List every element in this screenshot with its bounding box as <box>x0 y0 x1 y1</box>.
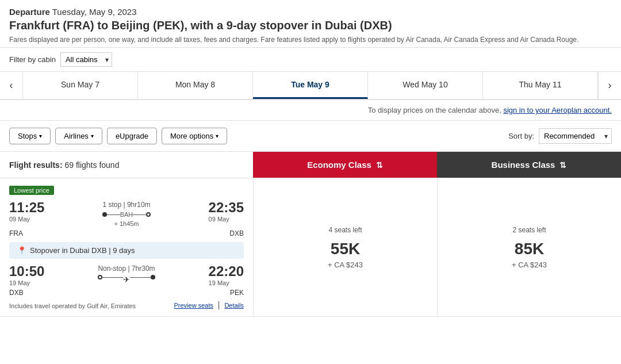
departure-line: Departure Tuesday, May 9, 2023 <box>9 7 612 17</box>
second-leg-stop-info: Non-stop | 7hr30m ✈ <box>98 263 155 282</box>
pin-icon: 📍 <box>17 246 26 255</box>
second-leg-depart-airport: DXB <box>9 289 24 297</box>
first-leg-stop-info: 1 stop | 9hr10m BAH + 1h45m <box>102 200 150 227</box>
route-via: BAH <box>120 211 133 218</box>
first-leg-arrive-time: 22:35 <box>209 200 244 216</box>
sort-select[interactable]: Recommended Price Duration <box>539 128 612 144</box>
first-leg-depart-date: 09 May <box>9 216 44 223</box>
stops-filter-button[interactable]: Stops ▾ <box>9 128 51 144</box>
filter-cabin-label: Filter by cabin <box>9 55 56 64</box>
route-text: Frankfurt (FRA) to Beijing (PEK), with a… <box>9 19 392 32</box>
extra-time: + 1h45m <box>102 220 150 227</box>
lowest-price-badge: Lowest price <box>9 186 54 195</box>
eupgrade-filter-label: eUpgrade <box>116 132 148 140</box>
business-seats-left: 2 seats left <box>512 226 546 234</box>
date-tab-1[interactable]: Mon May 8 <box>138 72 253 99</box>
route2-line-2 <box>130 277 151 278</box>
page-container: Departure Tuesday, May 9, 2023 Frankfurt… <box>0 0 621 317</box>
stopover-text: Stopover in Dubai DXB | 9 days <box>30 246 135 255</box>
link-separator: | <box>218 300 220 309</box>
aeroplan-link[interactable]: sign in to your Aeroplan account. <box>503 106 612 114</box>
second-leg-stop-text: Non-stop | 7hr30m <box>98 263 155 273</box>
first-leg-depart-time: 11:25 <box>9 200 44 216</box>
economy-sort-icon: ⇅ <box>376 160 383 170</box>
economy-cash: + CA $243 <box>328 260 363 269</box>
route-line: Frankfurt (FRA) to Beijing (PEK), with a… <box>9 19 612 32</box>
second-leg-route-visual: ✈ <box>98 275 155 279</box>
eupgrade-filter-button[interactable]: eUpgrade <box>107 128 157 144</box>
date-tab-4[interactable]: Thu May 11 <box>483 72 598 99</box>
economy-price-cell[interactable]: 4 seats left 55K + CA $243 <box>253 178 437 316</box>
action-links: Preview seats | Details <box>174 300 244 309</box>
filter-buttons-row: Stops ▾ Airlines ▾ eUpgrade More options… <box>0 121 621 152</box>
operated-by-text: Includes travel operated by Gulf Air, Em… <box>9 302 136 309</box>
business-cash: + CA $243 <box>512 260 547 269</box>
stops-chevron-icon: ▾ <box>39 133 42 139</box>
departure-label: Departure <box>9 7 50 17</box>
date-navigation: ‹ Sun May 7 Mon May 8 Tue May 9 Wed May … <box>0 72 621 100</box>
economy-points: 55K <box>331 240 360 258</box>
aeroplan-text: To display prices on the calendar above, <box>368 106 501 114</box>
route-line-1 <box>107 214 120 215</box>
via-code: BAH <box>120 211 133 218</box>
results-count-cell: Flight results: 69 flights found <box>0 152 253 178</box>
results-header: Flight results: 69 flights found Economy… <box>0 152 621 178</box>
airlines-chevron-icon: ▾ <box>91 133 94 139</box>
first-leg-depart: 11:25 09 May <box>9 200 44 223</box>
fare-note: Fares displayed are per person, one way,… <box>9 36 612 44</box>
second-leg-depart: 10:50 19 May <box>9 263 44 286</box>
sort-select-wrapper[interactable]: Recommended Price Duration <box>539 128 612 144</box>
aeroplan-banner: To display prices on the calendar above,… <box>0 100 621 121</box>
airlines-filter-button[interactable]: Airlines ▾ <box>55 128 102 144</box>
second-leg-airports: DXB PEK <box>9 288 244 297</box>
first-leg-arrive: 22:35 09 May <box>209 200 244 223</box>
more-options-filter-button[interactable]: More options ▾ <box>162 128 227 144</box>
second-leg-arrive-airport: PEK <box>230 289 244 297</box>
route-dot-right <box>146 212 151 217</box>
first-leg-depart-airport: FRA <box>9 229 23 237</box>
first-leg: 11:25 09 May 1 stop | 9hr10m BAH <box>9 200 244 237</box>
cabin-select-wrapper[interactable]: All cabins Economy Business First <box>60 52 112 67</box>
first-leg-airports: FRA DXB <box>9 228 244 237</box>
second-leg-times: 10:50 19 May Non-stop | 7hr30m ✈ <box>9 263 244 286</box>
business-class-label: Business Class <box>492 160 555 170</box>
route-line-2 <box>133 214 145 215</box>
economy-class-header[interactable]: Economy Class ⇅ <box>253 152 437 178</box>
second-leg-arrive-time: 22:20 <box>209 263 244 279</box>
route2-dot-left <box>98 275 102 279</box>
sort-area: Sort by: Recommended Price Duration <box>508 128 612 144</box>
date-tab-2[interactable]: Tue May 9 <box>253 72 368 99</box>
route2-plane-icon: ✈ <box>123 275 130 279</box>
second-leg: 10:50 19 May Non-stop | 7hr30m ✈ <box>9 263 244 297</box>
date-tab-3[interactable]: Wed May 10 <box>368 72 483 99</box>
departure-date: Tuesday, May 9, 2023 <box>52 7 137 17</box>
second-leg-arrive: 22:20 19 May <box>209 263 244 286</box>
stopover-box: 📍 Stopover in Dubai DXB | 9 days <box>9 242 244 259</box>
business-class-header[interactable]: Business Class ⇅ <box>437 152 621 178</box>
business-points: 85K <box>515 240 544 258</box>
first-leg-stop-text: 1 stop | 9hr10m <box>102 200 150 209</box>
business-sort-icon: ⇅ <box>559 160 566 170</box>
date-prev-arrow[interactable]: ‹ <box>0 72 23 99</box>
first-leg-route-visual: BAH <box>102 211 150 218</box>
flight-card: Lowest price 11:25 09 May 1 stop | 9hr10… <box>0 178 621 317</box>
cabin-select[interactable]: All cabins Economy Business First <box>60 52 112 67</box>
first-leg-arrive-date: 09 May <box>209 216 244 223</box>
preview-seats-link[interactable]: Preview seats <box>174 302 213 309</box>
route2-dot-right <box>151 275 155 279</box>
business-price-cell[interactable]: 2 seats left 85K + CA $243 <box>437 178 621 316</box>
second-leg-arrive-date: 19 May <box>209 279 244 286</box>
extra-info-row: Includes travel operated by Gulf Air, Em… <box>9 300 244 309</box>
results-label: Flight results: <box>9 160 63 170</box>
second-leg-depart-time: 10:50 <box>9 263 44 279</box>
sort-by-label: Sort by: <box>508 132 534 140</box>
filter-bar: Filter by cabin All cabins Economy Busin… <box>0 48 621 72</box>
flight-info-panel: Lowest price 11:25 09 May 1 stop | 9hr10… <box>0 178 253 316</box>
airlines-filter-label: Airlines <box>64 132 89 140</box>
page-header: Departure Tuesday, May 9, 2023 Frankfurt… <box>0 0 621 48</box>
date-tab-0[interactable]: Sun May 7 <box>23 72 138 99</box>
stops-filter-label: Stops <box>18 132 37 140</box>
date-next-arrow[interactable]: › <box>598 72 621 99</box>
first-leg-times: 11:25 09 May 1 stop | 9hr10m BAH <box>9 200 244 227</box>
details-link[interactable]: Details <box>224 302 244 309</box>
